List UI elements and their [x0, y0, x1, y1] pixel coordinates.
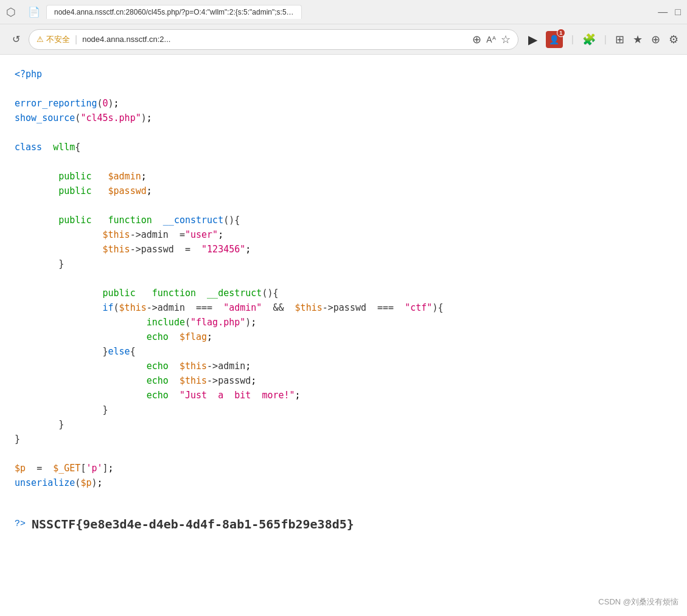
- profile-badge: 1: [557, 29, 565, 37]
- include-call: include: [147, 317, 185, 328]
- if-keyword: if: [103, 302, 114, 313]
- warning-icon: ⚠: [37, 35, 44, 44]
- extensions-icon[interactable]: 🧩: [582, 33, 596, 46]
- flag-output-line: ?> NSSCTF{9e8e3d4e-d4eb-4d4f-8ab1-565fb2…: [15, 514, 672, 534]
- browser-tab[interactable]: node4.anna.nssctf.cn:28060/cl45s.php/?p=…: [46, 5, 302, 19]
- this-admin-assign: $this: [103, 229, 130, 240]
- this-passwd-assign: $this: [103, 244, 130, 255]
- security-badge: ⚠ 不安全: [37, 34, 70, 45]
- echo-string: echo: [147, 390, 169, 401]
- favorites-icon[interactable]: ★: [633, 33, 643, 46]
- construct-func: __construct: [163, 215, 223, 226]
- echo-passwd: echo: [147, 375, 169, 386]
- code-display: <?php error_reporting(0); show_source("c…: [0, 55, 687, 616]
- settings-icon[interactable]: ⚙: [669, 33, 678, 46]
- unserialize-call: unserialize: [15, 477, 75, 488]
- public-keyword-2: public: [58, 185, 91, 196]
- add-tab-icon[interactable]: ⊕: [651, 33, 660, 46]
- address-text: node4.anna.nssctf.cn:2...: [82, 35, 467, 44]
- public-keyword-4: public: [103, 288, 136, 299]
- watermark: CSDN @刘桑没有烦恼: [598, 597, 678, 607]
- split-view-icon[interactable]: ⊞: [615, 33, 624, 46]
- function-keyword-1: function: [108, 215, 152, 226]
- passwd-property: $passwd: [108, 185, 147, 196]
- show-source: show_source: [15, 112, 75, 123]
- play-icon[interactable]: ▶: [528, 32, 537, 47]
- class-keyword: class: [15, 142, 42, 153]
- php-open-tag: <?php: [15, 69, 42, 80]
- zoom-icon[interactable]: ⊕: [472, 33, 481, 46]
- construct-close: }: [58, 258, 64, 269]
- function-keyword-2: function: [152, 288, 196, 299]
- tab-title: node4.anna.nssctf.cn:28060/cl45s.php/?p=…: [54, 8, 302, 16]
- class-close: }: [15, 434, 20, 445]
- refresh-button[interactable]: ↺: [9, 31, 24, 47]
- echo-admin: echo: [147, 361, 169, 372]
- error-reporting: error_reporting: [15, 98, 97, 109]
- destruct-func: __destruct: [207, 288, 262, 299]
- font-size-icon[interactable]: Aᴬ: [486, 35, 495, 44]
- security-label: 不安全: [46, 34, 70, 45]
- public-keyword-1: public: [58, 171, 91, 182]
- class-name: wllm: [53, 142, 75, 153]
- window-controls: — □: [658, 7, 681, 18]
- maximize-button[interactable]: □: [675, 7, 681, 18]
- browser-icon: ⬡: [6, 5, 16, 19]
- p-var: $p: [15, 463, 26, 474]
- public-keyword-3: public: [58, 215, 91, 226]
- doc-icon: 📄: [28, 6, 40, 18]
- titlebar: ⬡ 📄 node4.anna.nssctf.cn:28060/cl45s.php…: [0, 0, 687, 24]
- admin-property: $admin: [108, 171, 141, 182]
- address-separator: |: [75, 34, 77, 45]
- php-source: <?php error_reporting(0); show_source("c…: [15, 67, 672, 505]
- echo-flag: echo: [147, 331, 169, 342]
- navbar: ↺ ⚠ 不安全 | node4.anna.nssctf.cn:2... ⊕ Aᴬ…: [0, 24, 687, 55]
- flag-value: NSSCTF{9e8e3d4e-d4eb-4d4f-8ab1-565fb29e3…: [32, 514, 354, 534]
- minimize-button[interactable]: —: [658, 7, 668, 18]
- nav-action-icons: ▶ 👤 1 | 🧩 | ⊞ ★ ⊕ ⚙: [528, 31, 678, 48]
- profile-button[interactable]: 👤 1: [546, 31, 563, 48]
- bookmark-icon[interactable]: ☆: [501, 33, 511, 46]
- destruct-close: }: [58, 419, 64, 430]
- address-bar[interactable]: ⚠ 不安全 | node4.anna.nssctf.cn:2... ⊕ Aᴬ ☆: [29, 29, 518, 50]
- inner-close: }: [103, 404, 108, 415]
- php-close-tag: ?>: [15, 517, 26, 531]
- else-bracket: }: [103, 346, 108, 357]
- watermark-text: CSDN @刘桑没有烦恼: [598, 597, 678, 606]
